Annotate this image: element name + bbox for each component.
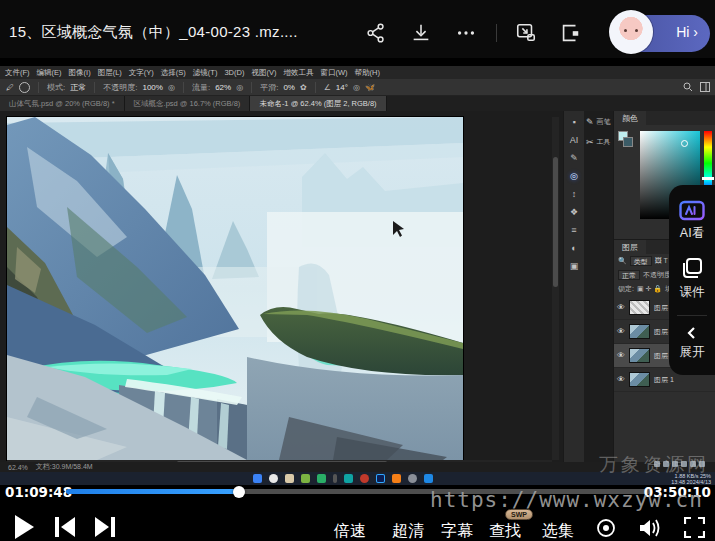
- ai-watch-button[interactable]: AI看: [679, 199, 705, 242]
- wechat-icon[interactable]: [317, 474, 326, 483]
- color-swatches[interactable]: [618, 131, 634, 149]
- start-icon[interactable]: [253, 474, 262, 483]
- app-blue-icon[interactable]: [424, 474, 433, 483]
- ps-menu-3d: 3D(D): [224, 68, 244, 77]
- panel-icon-square[interactable]: ▪: [572, 118, 575, 127]
- brush-tool-icon: 🖊: [6, 83, 14, 92]
- collapsed-brush-settings[interactable]: ✎ 画笔: [586, 117, 612, 127]
- mode-value[interactable]: 正常: [70, 82, 86, 93]
- visibility-icon[interactable]: 👁: [617, 303, 625, 312]
- layers-filter-select[interactable]: 类型: [630, 256, 652, 266]
- lock-icons[interactable]: ▣ ✛ 🔒: [637, 285, 662, 293]
- pip-swap-icon[interactable]: [514, 22, 538, 44]
- canvas-vertical-scrollbar[interactable]: [552, 117, 559, 460]
- share-icon[interactable]: [364, 22, 388, 44]
- episodes-button[interactable]: 选集: [542, 521, 574, 541]
- slim-app-icon[interactable]: [333, 474, 337, 483]
- tab-color[interactable]: 颜色: [614, 111, 646, 125]
- gear-icon[interactable]: ✿: [300, 83, 307, 92]
- panel-icon-library[interactable]: ▣: [570, 262, 579, 271]
- pen-pressure-opacity-icon[interactable]: ◎: [168, 83, 175, 92]
- panel-icon-gradient[interactable]: ↕: [572, 190, 577, 199]
- video-title: 15、区域概念气氛（中）_04-00-23 .mz....: [9, 23, 298, 42]
- panel-icon-properties[interactable]: ≡: [571, 226, 576, 235]
- photoshop-icon[interactable]: [376, 474, 385, 483]
- quality-button[interactable]: 超清: [392, 521, 424, 541]
- layer-name: 图层 1: [654, 375, 674, 385]
- app-green-icon[interactable]: [301, 474, 310, 483]
- ps-menu-window: 窗口(W): [320, 68, 347, 78]
- panel-icon-active[interactable]: ◎: [570, 172, 578, 181]
- expand-button[interactable]: 展开: [680, 326, 705, 361]
- courseware-icon: [680, 256, 704, 280]
- flow-value[interactable]: 62%: [215, 83, 231, 92]
- mode-label: 模式:: [47, 82, 65, 93]
- opacity-value[interactable]: 100%: [142, 83, 162, 92]
- panel-icon-brush[interactable]: ✎: [570, 154, 578, 163]
- collapsed-tool-presets[interactable]: ✂ 工具: [586, 137, 612, 147]
- ps-options-bar: 🖊 模式: 正常 不透明度: 100% ◎ 流量: 62% ◎ 平滑: 0% ✿…: [0, 79, 715, 96]
- courseware-button[interactable]: 课件: [680, 256, 705, 301]
- visibility-icon[interactable]: 👁: [617, 375, 625, 384]
- adobe-red-icon[interactable]: [360, 474, 369, 483]
- account-button[interactable]: Hi ›: [610, 15, 710, 52]
- explorer-icon[interactable]: [285, 474, 294, 483]
- ps-menu-select: 选择(S): [161, 68, 186, 78]
- search-icon[interactable]: [269, 474, 278, 483]
- find-button[interactable]: 查找: [489, 521, 521, 541]
- airbrush-icon[interactable]: ◎: [236, 83, 243, 92]
- play-button[interactable]: [12, 514, 36, 540]
- app-teal-icon[interactable]: [344, 474, 353, 483]
- pen-pressure-size-icon[interactable]: ◎: [353, 83, 360, 92]
- workspace-icon[interactable]: [700, 82, 710, 92]
- angle-value[interactable]: 14°: [336, 83, 348, 92]
- progress-thumb[interactable]: [233, 486, 245, 498]
- speed-button[interactable]: 倍速: [334, 521, 366, 541]
- color-field-marker: [681, 140, 688, 147]
- chevron-left-icon: [685, 326, 699, 340]
- lightroom-icon[interactable]: [392, 474, 401, 483]
- smoothing-label: 平滑:: [260, 82, 278, 93]
- document-size: 文档:30.9M/58.4M: [36, 462, 93, 472]
- ps-work-area: ▪ AI ✎ ◎ ↕ ❖ ≡ ◐ ▣ ✎ 画笔 ✂ 工具: [0, 111, 715, 462]
- layer-thumbnail: [629, 324, 650, 339]
- ps-search-icon[interactable]: [683, 82, 693, 92]
- layer-thumbnail: [629, 372, 650, 387]
- blend-mode-select[interactable]: 正常: [618, 270, 640, 280]
- volume-icon[interactable]: [637, 517, 661, 539]
- flow-label: 流量:: [192, 82, 210, 93]
- tool-presets-icon: ✂: [586, 137, 594, 147]
- panel-icon-clone[interactable]: ❖: [570, 208, 578, 217]
- ps-tab-3-active[interactable]: 未命名-1 @ 62.4% (图层 2, RGB/8): [250, 96, 386, 111]
- layers-search-icon[interactable]: 🔍: [618, 257, 627, 265]
- subtitle-button[interactable]: 字幕: [441, 521, 473, 541]
- panel-icon-ai[interactable]: AI: [570, 136, 579, 145]
- previous-button[interactable]: [53, 516, 77, 538]
- ps-menu-help: 帮助(H): [355, 68, 380, 78]
- smoothing-value[interactable]: 0%: [283, 83, 295, 92]
- progress-bar[interactable]: [66, 489, 651, 494]
- next-button[interactable]: [93, 516, 117, 538]
- contacts-icon[interactable]: [408, 474, 417, 483]
- ps-tab-2[interactable]: 区域概念.psd @ 16.7% (RGB/8): [125, 96, 251, 111]
- more-icon[interactable]: [454, 22, 478, 44]
- topbar-divider: [496, 24, 497, 42]
- ps-collapsed-panels: ✎ 画笔 ✂ 工具: [586, 111, 612, 157]
- symmetry-icon[interactable]: 🦋: [365, 83, 375, 92]
- ps-tab-1[interactable]: 山体气氛.psd @ 20% (RGB/8) *: [0, 96, 125, 111]
- top-bar: 15、区域概念气氛（中）_04-00-23 .mz....: [0, 0, 715, 58]
- side-floating-menu: AI看 课件 展开: [669, 185, 715, 375]
- mini-player-icon[interactable]: [558, 22, 582, 44]
- fullscreen-icon[interactable]: [684, 517, 705, 538]
- zoom-level[interactable]: 62.4%: [8, 464, 28, 471]
- ps-menu-image: 图像(I): [69, 68, 91, 78]
- video-frame[interactable]: 文件(F) 编辑(E) 图像(I) 图层(L) 文字(Y) 选择(S) 滤镜(T…: [0, 58, 715, 485]
- tab-layers[interactable]: 图层: [614, 240, 646, 254]
- hue-slider-thumb: [702, 177, 714, 180]
- visibility-icon[interactable]: 👁: [617, 327, 625, 336]
- screencast-icon[interactable]: [596, 518, 616, 538]
- visibility-icon[interactable]: 👁: [617, 351, 625, 360]
- download-icon[interactable]: [409, 22, 433, 44]
- panel-icon-adjust[interactable]: ◐: [571, 244, 576, 253]
- painting-canvas[interactable]: [7, 117, 463, 460]
